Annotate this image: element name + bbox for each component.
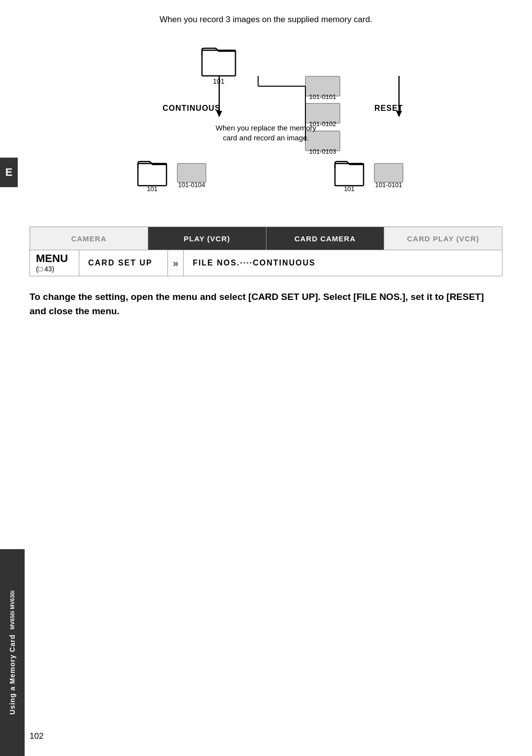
menu-value-file-nos: FILE NOS.····CONTINUOUS	[184, 250, 502, 276]
bottom-sidebar: MV650i MV630i Using a Memory Card	[0, 549, 25, 756]
diagram-area: 101 101-0101 101-0102 101-0103	[30, 34, 502, 222]
menu-ref: (□ 43)	[36, 265, 54, 273]
svg-text:101: 101	[344, 185, 355, 193]
page-number: 102	[30, 731, 43, 741]
menu-item-card-set-up: CARD SET UP	[79, 250, 168, 276]
tab-card-camera[interactable]: CARD CAMERA	[266, 227, 385, 250]
tab-card-play-vcr[interactable]: CARD PLAY (VCR)	[384, 227, 502, 250]
svg-rect-27	[374, 164, 403, 182]
svg-rect-0	[202, 50, 235, 76]
menu-title: MENU	[36, 253, 68, 264]
svg-marker-18	[396, 111, 402, 117]
tab-camera[interactable]: CAMERA	[30, 227, 148, 250]
svg-text:101-0101: 101-0101	[309, 93, 336, 100]
section-tab-e: E	[0, 158, 18, 187]
svg-rect-25	[335, 164, 364, 186]
tab-bar: CAMERA PLAY (VCR) CARD CAMERA CARD PLAY …	[30, 227, 502, 250]
svg-rect-21	[138, 164, 166, 186]
svg-text:101-0101: 101-0101	[375, 181, 402, 189]
sidebar-models: MV650i MV630i	[9, 591, 15, 629]
menu-label-block: MENU (□ 43)	[30, 250, 79, 276]
svg-text:card and record an image.: card and record an image.	[223, 133, 309, 142]
svg-text:101-0103: 101-0103	[309, 148, 336, 155]
svg-text:101-0104: 101-0104	[178, 181, 205, 189]
top-description: When you record 3 images on the supplied…	[30, 15, 502, 25]
menu-arrow: »	[168, 250, 184, 276]
svg-text:When you replace the memory: When you replace the memory	[216, 124, 317, 132]
description-paragraph: To change the setting, open the menu and…	[30, 290, 502, 318]
sidebar-label: Using a Memory Card	[8, 634, 16, 715]
menu-row: MENU (□ 43) CARD SET UP » FILE NOS.····C…	[30, 250, 502, 276]
tab-play-vcr[interactable]: PLAY (VCR)	[148, 227, 266, 250]
svg-text:101: 101	[147, 185, 158, 193]
svg-text:CONTINUOUS: CONTINUOUS	[163, 104, 221, 112]
svg-rect-23	[177, 164, 206, 182]
main-content: When you record 3 images on the supplied…	[30, 15, 502, 318]
diagram-svg: 101 101-0101 101-0102 101-0103	[30, 34, 502, 222]
